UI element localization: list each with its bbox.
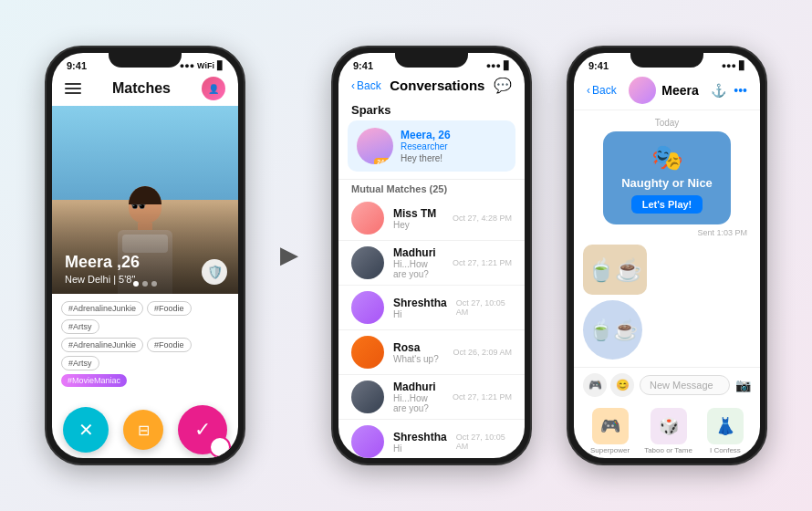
conv-time-4: Oct 26, 2:09 AM (453, 348, 512, 357)
emoji-icon[interactable]: 😊 (610, 373, 634, 397)
superpower-icon: 🎮 (592, 408, 629, 444)
chat-header: ‹ Back Meera ⚓ ••• (574, 73, 760, 110)
gamepad-icon[interactable]: 🎮 (583, 373, 607, 397)
arrow-1: ▶ (280, 243, 297, 268)
conv-title: Conversations (390, 78, 484, 93)
p3-signal: ●●● (722, 61, 736, 70)
phone3: 9:41 ●●● ▊ ‹ Back Meera (567, 46, 767, 465)
phone2-wrapper: 9:41 ●●● ▊ ‹ Back Conversations 💬 (331, 46, 532, 465)
conv-msg-1: Hey (393, 220, 443, 230)
matches-profile-icon[interactable]: 👤 (202, 77, 225, 100)
conv-item-3[interactable]: Shreshtha Hi Oct 27, 10:05 AM (338, 286, 525, 330)
taboo-icon: 🎲 (651, 408, 687, 444)
conv-time-3: Oct 27, 10:05 AM (456, 298, 512, 317)
tags-area: #AdrenalineJunkie #Foodie #Artsy #Adrena… (52, 294, 238, 398)
chat-back-label: Back (592, 84, 617, 97)
more-icon[interactable]: ••• (734, 83, 747, 98)
conv-name-2: Madhuri (393, 246, 443, 259)
chat-action-icons: ⚓ ••• (711, 83, 747, 98)
sparkle-badge: ✦ (214, 442, 231, 458)
phone3-status-icons: ●●● ▊ (722, 61, 745, 70)
hamburger-icon[interactable] (65, 83, 81, 94)
conv-time-2: Oct 27, 1:21 PM (453, 258, 512, 267)
chat-input-row: 🎮 😊 New Message 📷 (583, 373, 751, 397)
sticker-confess[interactable]: 👗 I Confess (707, 408, 744, 454)
chat-input-icons: 🎮 😊 (583, 373, 634, 397)
conv-name-1: Miss TM (393, 207, 443, 220)
sticker-row-2: 🍵☕ (583, 300, 751, 360)
chat-input-area: 🎮 😊 New Message 📷 (574, 367, 760, 402)
conv-time-6: Oct 27, 10:05 AM (456, 433, 512, 451)
conv-msg-4: What's up? (393, 354, 443, 364)
conv-name-4: Rosa (393, 341, 443, 354)
game-card[interactable]: 🎭 Naughty or Nice Let's Play! (603, 131, 731, 224)
game-card-title: Naughty or Nice (618, 176, 716, 190)
conv-item-1[interactable]: Miss TM Hey Oct 27, 4:28 PM (338, 196, 525, 241)
shield-badge: 🛡️ (202, 259, 227, 285)
confess-label: I Confess (710, 446, 741, 454)
phone1-wifi: WiFi (197, 61, 214, 70)
conv-name-5: Madhuri (393, 381, 443, 393)
bookmark-button[interactable]: ⊟ (123, 410, 163, 450)
tag-artsy: #Artsy (61, 319, 99, 334)
conv-avatar-1 (351, 202, 384, 235)
phone1-status-icons: ●●● WiFi ▊ (180, 61, 224, 70)
profile-details: New Delhi | 5'8" (65, 274, 140, 285)
conv-item-2[interactable]: Madhuri Hi...How are you? Oct 27, 1:21 P… (338, 241, 525, 286)
phone3-status-bar: 9:41 ●●● ▊ (574, 53, 760, 73)
sticker-taboo[interactable]: 🎲 Taboo or Tame (644, 408, 692, 454)
phone3-time: 9:41 (588, 60, 609, 71)
sticker-superpower[interactable]: 🎮 Superpower (590, 408, 630, 454)
sticker-row-1: 🍵☕ (583, 245, 751, 295)
chat-back-button[interactable]: ‹ Back (587, 84, 617, 97)
message-icon[interactable]: 💬 (494, 77, 512, 94)
p2-battery: ▊ (504, 61, 510, 70)
message-input[interactable]: New Message (640, 375, 730, 395)
chat-date: Today (574, 110, 760, 131)
sticker-tea-2: 🍵☕ (583, 300, 642, 360)
chat-user-info: Meera (629, 77, 698, 104)
confess-icon: 👗 (707, 408, 744, 444)
p3-battery: ▊ (739, 61, 745, 70)
conv-name-6: Shreshtha (393, 431, 447, 443)
spark-item[interactable]: 24 hr Meera, 26 Researcher Hey there! (348, 120, 515, 172)
conv-item-4[interactable]: Rosa What's up? Oct 26, 2:09 AM (338, 330, 525, 375)
phone2-time: 9:41 (353, 60, 373, 71)
accept-button[interactable]: ✓ ✦ (178, 405, 227, 454)
back-chevron: ‹ (351, 79, 355, 92)
conv-msg-5: Hi...How are you? (393, 393, 443, 413)
anchor-icon[interactable]: ⚓ (711, 83, 726, 98)
mutual-matches-label: Mutual Matches (25) (338, 179, 525, 196)
back-label: Back (357, 79, 381, 92)
lets-play-button[interactable]: Let's Play! (631, 195, 703, 214)
conv-info-3: Shreshtha Hi (393, 297, 447, 319)
tag-adrenaline2: #AdrenalineJunkie (61, 338, 143, 352)
game-card-container: 🎭 Naughty or Nice Let's Play! (574, 131, 760, 228)
reject-button[interactable]: ✕ (63, 407, 109, 453)
conv-avatar-6 (351, 425, 384, 458)
taboo-label: Taboo or Tame (644, 446, 692, 454)
conv-item-6[interactable]: Shreshtha Hi Oct 27, 10:05 AM (338, 420, 525, 458)
spark-message: Hey there! (401, 153, 451, 163)
tag-foodie: #Foodie (147, 301, 192, 316)
message-placeholder: New Message (650, 380, 713, 391)
conv-avatar-2 (351, 246, 384, 279)
photo-info: Meera ,26 New Delhi | 5'8" (65, 253, 140, 285)
tag-foodie2: #Foodie (147, 338, 192, 352)
phone2-status-bar: 9:41 ●●● ▊ (338, 53, 525, 73)
conv-back-button[interactable]: ‹ Back (351, 79, 381, 92)
dot-1 (133, 281, 139, 287)
camera-icon[interactable]: 📷 (735, 378, 751, 392)
conv-msg-6: Hi (393, 443, 447, 454)
conv-item-5[interactable]: Madhuri Hi...How are you? Oct 27, 1:21 P… (338, 375, 525, 420)
phone1-time: 9:41 (67, 60, 87, 71)
game-card-icon: 🎭 (618, 142, 716, 172)
conv-info-6: Shreshtha Hi (393, 431, 447, 454)
tea-circle-icon: 🍵☕ (588, 318, 638, 342)
conv-avatar-3 (351, 291, 384, 324)
bottom-stickers: 🎮 Superpower 🎲 Taboo or Tame 👗 I Confess (574, 402, 760, 458)
spark-name: Meera, 26 (401, 129, 451, 141)
chat-username: Meera (661, 83, 698, 98)
phone2-screen: 9:41 ●●● ▊ ‹ Back Conversations 💬 (338, 53, 525, 458)
superpower-label: Superpower (590, 446, 630, 454)
